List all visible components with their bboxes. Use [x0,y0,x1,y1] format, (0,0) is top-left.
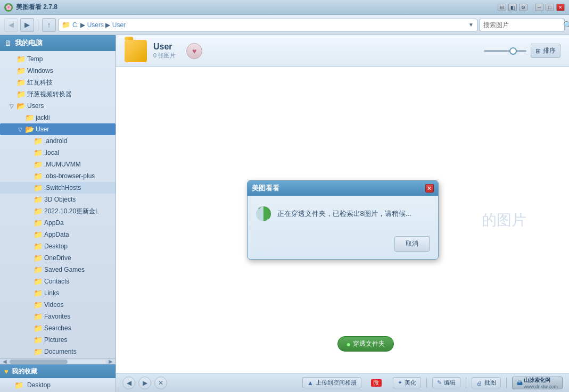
toolbar: ◀ ▶ ↑ 📁 C: ▶ Users ▶ User ▼ 🔍 [0,15,569,35]
search-bar[interactable]: 🔍 [480,19,565,31]
sidebar-item-links[interactable]: ▷ 📁 Links [0,287,116,299]
forward-button[interactable]: ▶ [20,18,34,32]
sidebar-item-searches[interactable]: ▷ 📁 Searches [0,322,116,334]
scroll-right-btn[interactable]: ▶ [106,358,116,365]
sidebar-hscrollbar[interactable]: ◀ ▶ [0,358,116,364]
folder-info: User 0 张图片 [153,42,176,60]
sidebar-item-switchhosts[interactable]: ▷ 📁 .SwitchHosts [0,182,116,194]
sidebar-item-local[interactable]: ▷ 📁 .local [0,147,116,159]
my-collection-header[interactable]: ♥ 我的收藏 [0,364,116,378]
zoom-slider-thumb[interactable] [509,47,517,55]
dialog-title: 美图看看 [252,184,279,193]
path-users[interactable]: Users [87,21,104,29]
print-label: 批图 [484,379,496,387]
logo-badge: 🏔 山脉索化网 www.dnxtw.com [512,377,563,389]
print-button[interactable]: 🖨 批图 [472,377,501,388]
sidebar-item-onedrive[interactable]: ▷ 📁 OneDrive [0,252,116,264]
loading-spinner [256,206,271,221]
dialog-close-button[interactable]: ✕ [425,184,434,193]
print-icon: 🖨 [476,380,482,386]
sidebar-item-users[interactable]: ▽ 📂 Users [0,100,116,112]
titlebar-settings[interactable]: ⚙ [519,4,527,11]
penetrate-folder-button[interactable]: ● 穿透文件夹 [337,336,394,352]
expand-icon-users[interactable]: ▽ [9,103,15,109]
back-button[interactable]: ◀ [4,18,18,32]
path-sep-2: ▶ [105,21,112,29]
address-bar[interactable]: 📁 C: ▶ Users ▶ User ▼ [58,19,477,31]
path-sep-1: ▶ [80,21,87,29]
sidebar-item-redapple[interactable]: ▷ 📁 红瓦科技 [0,77,116,88]
beautify-button[interactable]: ✦ 美化 [393,377,421,388]
sidebar-item-desktop-fav[interactable]: 📁 Desktop [0,379,116,391]
folder-icon-savedgames: 📁 [34,265,43,274]
search-input[interactable] [483,21,563,29]
sidebar-item-android[interactable]: ▷ 📁 .android [0,135,116,147]
up-button[interactable]: ↑ [42,18,56,32]
sidebar-my-computer-header[interactable]: 🖥 我的电脑 [0,35,116,51]
folder-icon-favorites: 📁 [34,312,43,321]
play-next-button[interactable]: ▶ [138,377,151,389]
dialog-cancel-button[interactable]: 取消 [394,236,430,252]
zoom-slider[interactable] [484,50,526,52]
sidebar-item-update[interactable]: ▷ 📁 2022.10.20更新金L [0,205,116,217]
folder-icon-local: 📁 [34,148,43,157]
upload-button[interactable]: ▲ 上传到空间相册 [302,377,361,388]
sidebar-item-windows[interactable]: ▷ 📁 Windows [0,65,116,77]
sidebar-item-appda[interactable]: ▷ 📁 AppDa [0,217,116,229]
mountain-icon: 🏔 [517,380,523,386]
titlebar-extra-1[interactable]: ⊟ [498,4,506,11]
folder-large-icon [125,40,147,62]
sidebar-item-videos[interactable]: ▷ 📁 Videos [0,299,116,311]
scroll-left-btn[interactable]: ◀ [0,358,10,365]
logo-name: 山脉索化网 [524,377,558,384]
search-icon[interactable]: 🔍 [563,21,569,29]
sidebar-item-mumuvmm[interactable]: ▷ 📁 .MUMUVMM [0,159,116,170]
sidebar: 🖥 我的电脑 ▷ 📁 Temp ▷ 📁 Windows [0,35,116,392]
sidebar-item-yecong[interactable]: ▷ 📁 野葱视频转换器 [0,88,116,100]
tree-label-appda: AppDa [44,219,64,227]
main-content: User 0 张图片 ♥ ⊞ 排序 的图片 [116,35,569,392]
folder-icon-3dobjects: 📁 [34,195,43,204]
sidebar-item-savedgames[interactable]: ▷ 📁 Saved Games [0,264,116,276]
sidebar-item-3dobjects[interactable]: ▷ 📁 3D Objects [0,194,116,205]
sidebar-item-contacts[interactable]: ▷ 📁 Contacts [0,276,116,287]
folder-icon-desktop-fav: 📁 [14,381,23,389]
toolbar-sep-5 [506,378,507,388]
maximize-button[interactable]: □ [546,4,554,11]
edit-button[interactable]: ✎ 编辑 [432,377,460,388]
folder-icon-update: 📁 [34,207,43,215]
favorite-button[interactable]: ♥ [186,43,202,59]
expand-icon-user[interactable]: ▽ [17,126,23,132]
sidebar-item-user[interactable]: ▽ 📂 User [0,123,116,135]
sidebar-item-documents[interactable]: ▷ 📁 Documents [0,346,116,357]
tree-label-links: Links [44,289,59,297]
minimize-button[interactable]: ─ [535,4,543,11]
tree-label-desktop-fav: Desktop [27,381,51,389]
hscroll-track[interactable] [10,360,106,364]
folder-icon-links: 📁 [34,289,43,297]
play-prev-button[interactable]: ◀ [122,377,135,389]
tree-label-onedrive: OneDrive [44,254,71,262]
sort-button[interactable]: ⊞ 排序 [531,44,560,58]
sidebar-item-favorites[interactable]: ▷ 📁 Favorites [0,311,116,322]
sidebar-item-obs[interactable]: ▷ 📁 .obs-browser-plus [0,170,116,182]
toolbar-separator-1 [38,19,38,31]
sidebar-item-jackli[interactable]: ▷ 📁 jackli [0,112,116,123]
path-c[interactable]: C: [72,21,79,29]
hscroll-thumb[interactable] [10,360,68,364]
sidebar-item-temp[interactable]: ▷ 📁 Temp [0,53,116,65]
folder-icon: 📁 [62,21,70,29]
tree-label-temp: Temp [27,55,43,63]
titlebar-extra-2[interactable]: ◧ [508,4,517,11]
sidebar-item-desktop[interactable]: ▷ 📁 Desktop [0,240,116,252]
address-dropdown-icon[interactable]: ▼ [468,22,474,28]
tree-label-jackli: jackli [36,114,50,121]
path-user[interactable]: User [112,21,126,29]
logo-text: 山脉索化网 www.dnxtw.com [524,377,558,389]
folder-icon-appdata: 📁 [34,230,43,239]
sidebar-item-pictures[interactable]: ▷ 📁 Pictures [0,334,116,346]
close-button[interactable]: ✕ [556,4,565,11]
weibo-button[interactable]: 微 [371,379,382,387]
sidebar-item-appdata[interactable]: ▷ 📁 AppData [0,229,116,240]
stop-button[interactable]: ✕ [154,377,167,389]
